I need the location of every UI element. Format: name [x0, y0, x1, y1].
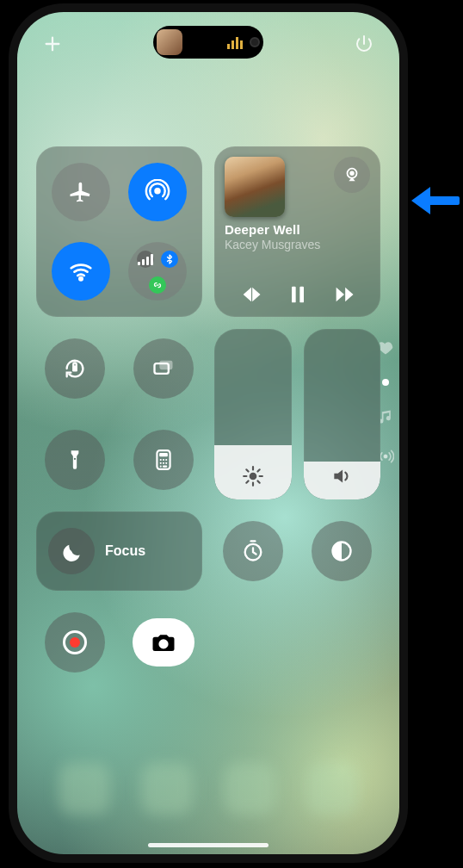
callout-arrow: [411, 188, 460, 214]
svg-rect-5: [292, 287, 296, 303]
wifi-icon: [68, 258, 94, 284]
personal-hotspot-icon: [149, 276, 166, 294]
track-title: Deeper Well: [225, 222, 370, 237]
screen-mirroring-icon: [151, 356, 176, 381]
brightness-slider[interactable]: [214, 329, 292, 499]
timer-icon: [241, 539, 265, 563]
screen-record-button[interactable]: [36, 603, 114, 682]
orientation-lock-button[interactable]: [36, 329, 114, 408]
airdrop-toggle[interactable]: [128, 163, 187, 221]
svg-rect-6: [299, 287, 304, 303]
cellular-cluster[interactable]: [128, 242, 187, 301]
svg-point-18: [160, 466, 162, 468]
airplay-icon: [343, 165, 361, 184]
flashlight-button[interactable]: [36, 420, 114, 499]
camera-button[interactable]: [126, 603, 203, 682]
power-button[interactable]: [351, 31, 377, 57]
svg-point-12: [160, 459, 162, 461]
dark-mode-icon: [330, 539, 354, 563]
wifi-toggle[interactable]: [52, 242, 110, 301]
next-button[interactable]: [332, 282, 356, 307]
album-art: [225, 157, 285, 217]
svg-point-14: [165, 459, 167, 461]
camera-icon: [151, 629, 176, 655]
screen-mirroring-button[interactable]: [126, 329, 203, 408]
svg-point-4: [350, 171, 354, 175]
record-icon: [63, 630, 87, 654]
svg-point-15: [160, 462, 162, 464]
add-controls-button[interactable]: [40, 31, 65, 57]
svg-point-13: [163, 459, 164, 461]
svg-point-20: [249, 473, 256, 480]
calculator-icon: [152, 449, 175, 471]
focus-label: Focus: [105, 543, 145, 559]
timer-button[interactable]: [214, 512, 292, 591]
play-pause-button[interactable]: [286, 282, 310, 307]
focus-icon: [48, 528, 95, 574]
cellular-signal-icon: [137, 251, 154, 268]
airplay-button[interactable]: [334, 157, 370, 193]
previous-button[interactable]: [239, 282, 263, 307]
airplane-mode-toggle[interactable]: [52, 163, 110, 221]
svg-point-2: [79, 277, 82, 280]
svg-point-16: [163, 462, 164, 464]
svg-rect-9: [160, 361, 173, 370]
svg-point-17: [165, 462, 167, 464]
airplane-icon: [68, 179, 94, 205]
dark-mode-button[interactable]: [304, 512, 381, 591]
connectivity-module[interactable]: [36, 146, 202, 317]
now-playing-module[interactable]: Deeper Well Kacey Musgraves: [214, 146, 380, 317]
track-artist: Kacey Musgraves: [225, 238, 370, 251]
svg-rect-19: [163, 466, 167, 468]
focus-button[interactable]: Focus: [36, 512, 202, 591]
svg-rect-11: [159, 453, 168, 456]
svg-point-1: [156, 189, 160, 193]
bluetooth-icon: [161, 251, 178, 268]
brightness-icon: [214, 465, 292, 487]
volume-icon: [304, 465, 381, 487]
volume-slider[interactable]: [304, 329, 381, 499]
flashlight-icon: [64, 449, 86, 471]
orientation-lock-icon: [63, 356, 87, 381]
airdrop-icon: [145, 179, 170, 205]
calculator-button[interactable]: [126, 420, 203, 499]
home-indicator[interactable]: [148, 843, 269, 847]
